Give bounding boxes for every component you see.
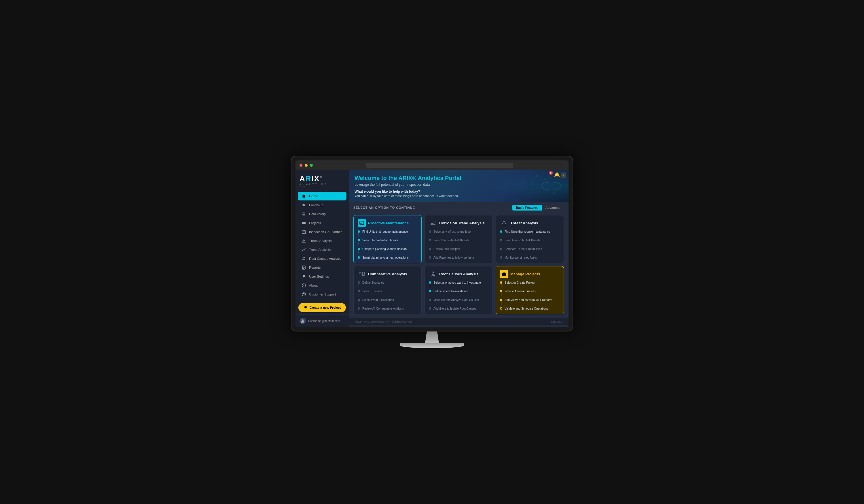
- step-dot: [429, 248, 431, 250]
- sidebar-item-followup[interactable]: Follow-up: [298, 201, 347, 209]
- notification-badge: 5: [549, 171, 553, 175]
- step-label: Validate and Schedule Operations: [505, 307, 560, 311]
- card-manage-header: Manage Projects: [500, 270, 560, 278]
- sidebar-item-home[interactable]: Home: [298, 192, 347, 201]
- step-label: Search for Potential Threats: [433, 239, 489, 242]
- card-corrosion-trend[interactable]: Corrosion Trend Analysis Select any infr…: [424, 215, 493, 263]
- step-item: Find Units that require maintenance: [500, 230, 560, 237]
- minimize-dot: [305, 164, 308, 167]
- sidebar-item-rootcauses[interactable]: Root Causes Analysis: [298, 254, 347, 263]
- svg-point-11: [303, 260, 303, 260]
- step-line: [359, 292, 359, 296]
- sidebar-item-support[interactable]: Customer Support: [298, 290, 347, 299]
- rootcauses-card-title: Root Causes Analysis: [439, 272, 478, 276]
- step-dot: [429, 281, 431, 284]
- step-label: Select a what you want to investigate: [433, 281, 489, 285]
- step-item: Add filters to Isolate Root Causes: [429, 307, 489, 311]
- step-label: Add filters to Isolate Root Causes: [433, 307, 489, 311]
- sidebar-item-threat[interactable]: Threat Analysis: [298, 237, 347, 245]
- threat-label: Threat Analysis: [309, 239, 332, 242]
- svg-point-23: [304, 296, 304, 296]
- step-dot: [358, 256, 360, 259]
- card-manage-projects[interactable]: Manage Projects Select or Create Project: [496, 266, 564, 314]
- svg-point-48: [433, 275, 435, 276]
- tab-basic-features[interactable]: Basic Features: [512, 205, 542, 211]
- step-line: [430, 250, 430, 254]
- step-label: Define Scenarios: [362, 281, 417, 285]
- select-section: SELECT AN OPTION TO CONTINUE Basic Featu…: [349, 202, 568, 215]
- rootcauses-card-icon: [429, 270, 437, 278]
- step-item: Search for Potential Threats: [500, 239, 560, 245]
- bell-icon[interactable]: 🔔: [554, 172, 560, 177]
- sidebar-item-reports[interactable]: Reports: [298, 263, 347, 272]
- card-threat-header: Threat Analysis: [500, 219, 560, 227]
- manage-steps: Select or Create Project Include Analyze…: [500, 281, 560, 311]
- step-item: Search Threats: [358, 289, 417, 296]
- card-root-causes[interactable]: Root Causes Analysis Select a what you w…: [424, 266, 493, 314]
- support-icon: [302, 292, 307, 296]
- svg-rect-41: [359, 273, 361, 275]
- step-item: Find Units that require maintenance: [358, 230, 417, 237]
- sidebar-item-projects[interactable]: Projects: [298, 219, 347, 227]
- footer-date: June 2024: [551, 320, 563, 323]
- sidebar-item-trend[interactable]: Trend Analysis: [298, 245, 347, 254]
- proactive-steps: Find Units that require maintenance Sear…: [358, 230, 417, 260]
- stand-neck: [423, 332, 441, 343]
- svg-point-43: [432, 272, 434, 273]
- comparative-title: Comparative Analysis: [368, 272, 407, 276]
- svg-rect-42: [362, 272, 364, 276]
- sidebar-item-about[interactable]: About: [298, 281, 347, 290]
- rootcauses-tree-icon: [430, 271, 435, 276]
- sidebar-item-settings[interactable]: User Settings: [298, 272, 347, 281]
- step-dot: [429, 230, 431, 233]
- step-dot: [358, 248, 360, 250]
- user-section: Username@domain.com: [296, 314, 349, 327]
- tab-advanced[interactable]: Advanced: [542, 205, 564, 211]
- step-dot: [429, 290, 431, 292]
- browser-bar: [296, 160, 568, 170]
- step-item: Select What If Scenarios: [358, 298, 417, 305]
- logo-version: v.2.0.0: [300, 185, 345, 188]
- step-dot: [500, 299, 502, 301]
- card-proactive-maintenance[interactable]: Proactive Maintenance Find Units that re…: [353, 215, 422, 263]
- step-dot: [358, 281, 360, 284]
- step-line: [359, 233, 359, 237]
- step-line: [430, 301, 430, 305]
- step-dot: [500, 239, 502, 241]
- svg-rect-1: [302, 214, 305, 215]
- home-label: Home: [309, 194, 318, 198]
- step-item: Compare Threat Probabilities: [500, 247, 560, 254]
- step-line: [501, 284, 501, 287]
- welcome-banner: 5 🔔 × Welcome to the ARIX® Analytics Por…: [349, 170, 568, 202]
- step-label: Select or Create Project: [505, 281, 560, 285]
- card-comparative-analysis[interactable]: Comparative Analysis Define Scenarios: [353, 266, 422, 314]
- avatar-icon: [301, 319, 304, 323]
- svg-rect-36: [360, 224, 362, 224]
- corrosion-icon: [429, 219, 437, 227]
- card-threat-analysis[interactable]: Threat Analysis Find Units that require …: [496, 215, 564, 263]
- banner-close-button[interactable]: ×: [561, 172, 566, 178]
- svg-line-13: [303, 259, 304, 260]
- app-window: ARIX® A N A L Y T I C S v.2.0.0 Home: [296, 170, 568, 327]
- step-dot: [429, 239, 431, 241]
- followup-label: Follow-up: [309, 203, 323, 207]
- step-dot: [358, 290, 360, 292]
- svg-point-12: [304, 260, 305, 260]
- username: Username@domain.com: [308, 320, 340, 323]
- app-footer: ©2024 ARIX Technologies, Inc. All rights…: [349, 318, 568, 325]
- step-item: Monitor worst-rated Units: [500, 256, 560, 260]
- sidebar-item-datalibrary[interactable]: Data library: [298, 210, 347, 218]
- step-dot: [500, 281, 502, 284]
- step-line: [359, 301, 359, 305]
- card-proactive-header: Proactive Maintenance: [358, 219, 417, 227]
- create-project-button[interactable]: Create a new Project: [298, 303, 346, 312]
- step-label: Search Threats: [362, 289, 417, 293]
- expand-dot: [310, 164, 313, 167]
- threat-card-icon: [500, 219, 508, 227]
- step-item: Review their lifespan: [429, 247, 489, 254]
- logo-text: ARIX®: [300, 175, 345, 182]
- step-dot: [358, 299, 360, 301]
- proactive-icon: [358, 219, 366, 227]
- datalibrary-label: Data library: [309, 212, 326, 216]
- sidebar-item-inspection[interactable]: Inspection Co-Planner: [298, 228, 347, 236]
